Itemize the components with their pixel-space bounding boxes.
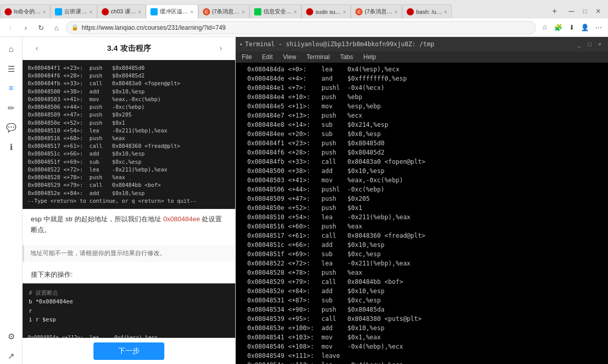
reload-button[interactable]: ↻ bbox=[35, 22, 47, 34]
home-button[interactable]: ⌂ bbox=[50, 22, 63, 34]
url-text: https://www.lanqiao.cn/courses/231/learn… bbox=[82, 24, 530, 31]
minimize-button[interactable]: ─ bbox=[566, 6, 577, 17]
tab-close-4[interactable]: × bbox=[190, 9, 193, 15]
lesson-header: ‹ 3.4 攻击程序 › bbox=[23, 37, 235, 60]
terminal-controls: _ □ × bbox=[575, 40, 604, 48]
sidebar-share-icon[interactable]: ↗ bbox=[3, 348, 20, 364]
tab-favicon-8: C bbox=[355, 8, 363, 15]
tab-close-1[interactable]: × bbox=[43, 9, 46, 15]
terminal-body[interactable]: 0x080484da <+0>: lea 0x4(%esp),%ecx 0x08… bbox=[236, 63, 608, 364]
operations-label: 接下来的操作: bbox=[23, 266, 235, 283]
terminal-menu-terminal[interactable]: Terminal bbox=[305, 52, 332, 62]
tab-close-6[interactable]: × bbox=[294, 9, 297, 15]
text-address-highlight: 0x080484ee bbox=[163, 215, 200, 223]
text-before-highlight: esp 中就是 str 的起始地址，所以我们在地址 bbox=[31, 215, 161, 223]
navigation-bar: ‹ › ↻ ⌂ 🔒 https://www.lanqiao.cn/courses… bbox=[0, 18, 608, 37]
browser-chrome: ls命令的… × 云班课… × ch03 课… × 缓冲区溢… × bbox=[0, 0, 608, 37]
tab-c7[interactable]: C (7条消息… × bbox=[198, 4, 250, 18]
tab-c7b[interactable]: C (7条消息… × bbox=[351, 4, 402, 18]
prev-section-button[interactable]: ‹ bbox=[31, 42, 43, 54]
sidebar-edit-icon[interactable]: ✏ bbox=[3, 100, 20, 116]
tab-label-5: (7条消息… bbox=[212, 8, 240, 15]
sidebar-list-icon[interactable]: ☰ bbox=[3, 61, 20, 77]
terminal-icon: ▪ bbox=[240, 41, 242, 48]
tab-label-8: (7条消息… bbox=[365, 8, 392, 15]
tab-yunban[interactable]: 云班课… × bbox=[50, 4, 97, 18]
tab-favicon-7 bbox=[306, 8, 313, 15]
sidebar-info-icon[interactable]: ℹ bbox=[3, 139, 20, 155]
code-line-2: r bbox=[29, 308, 32, 314]
main-area: ⌂ ☰ ≡ ✏ 💬 ℹ ⚙ ↗ ‹ 3.4 攻击程序 › 0x080484f1 … bbox=[0, 37, 608, 364]
tab-label-7: sudo su… bbox=[315, 9, 341, 15]
download-button[interactable]: ⬇ bbox=[566, 22, 577, 33]
next-section-button[interactable]: › bbox=[215, 42, 227, 54]
tab-label-9: bash: /u… bbox=[416, 9, 442, 15]
terminal-fullscreen-button[interactable]: □ bbox=[585, 40, 594, 48]
extensions-button[interactable]: 🧩 bbox=[553, 22, 564, 33]
terminal-menu-file[interactable]: File bbox=[240, 52, 254, 62]
terminal-menu-edit[interactable]: Edit bbox=[260, 52, 275, 62]
terminal-menu-tabs[interactable]: Tabs bbox=[338, 52, 355, 62]
code-line-3: i r $esp bbox=[29, 316, 56, 323]
tab-favicon-1 bbox=[5, 8, 12, 15]
tab-close-7[interactable]: × bbox=[343, 9, 346, 15]
code-block-2: # 设置断点 b *0x080484ee r i r $esp bbox=[23, 283, 235, 330]
tab-add-button[interactable]: + bbox=[547, 4, 562, 18]
security-icon: 🔒 bbox=[71, 24, 79, 31]
tab-label-3: ch03 课… bbox=[111, 8, 136, 15]
sidebar-bullet-icon[interactable]: ≡ bbox=[3, 80, 20, 97]
left-sidebar: ⌂ ☰ ≡ ✏ 💬 ℹ ⚙ ↗ bbox=[0, 37, 23, 364]
profile-button[interactable]: 👤 bbox=[579, 22, 591, 33]
lesson-footer: 下一步 bbox=[23, 338, 235, 364]
tab-close-9[interactable]: × bbox=[444, 9, 447, 15]
terminal-header: ▪ Terminal - shiiyanlou@iZbp13rb8m4bkofn… bbox=[236, 37, 608, 51]
tab-buffer[interactable]: 缓冲区溢… × bbox=[146, 4, 198, 18]
code-block-1: 0x080484f1 <+23>: push $0x80485d0 0x0804… bbox=[23, 60, 235, 209]
tab-sudo[interactable]: sudo su… × bbox=[301, 4, 351, 18]
text-block-1: esp 中就是 str 的起始地址，所以我们在地址 0x080484ee 处设置… bbox=[23, 209, 235, 241]
tab-ch03[interactable]: ch03 课… × bbox=[97, 4, 146, 18]
tab-close-8[interactable]: × bbox=[394, 9, 397, 15]
tab-label-6: 信息安全… bbox=[263, 8, 292, 15]
tab-bar: ls命令的… × 云班课… × ch03 课… × 缓冲区溢… × bbox=[0, 0, 608, 18]
terminal-menu-help[interactable]: Help bbox=[362, 52, 378, 62]
lesson-section-title: 3.4 攻击程序 bbox=[43, 44, 215, 53]
next-step-button[interactable]: 下一步 bbox=[93, 342, 164, 360]
forward-button[interactable]: › bbox=[20, 22, 32, 34]
address-bar[interactable]: 🔒 https://www.lanqiao.cn/courses/231/lea… bbox=[66, 21, 536, 34]
nav-actions: ☆ 🧩 ⬇ 👤 ⋯ bbox=[539, 22, 604, 33]
lesson-panel: ‹ 3.4 攻击程序 › 0x080484f1 <+23>: push $0x8… bbox=[23, 37, 236, 364]
close-button[interactable]: × bbox=[593, 6, 604, 17]
tab-label-2: 云班课… bbox=[64, 8, 87, 15]
tab-favicon-9 bbox=[407, 8, 414, 15]
tab-label-1: ls命令的… bbox=[14, 8, 41, 15]
bookmark-button[interactable]: ☆ bbox=[539, 22, 550, 33]
sidebar-chat-icon[interactable]: 💬 bbox=[3, 119, 20, 136]
note-box: 地址可能不一致，请根据你的显示结果自行修改。 bbox=[23, 245, 235, 262]
sidebar-settings-icon[interactable]: ⚙ bbox=[3, 328, 20, 344]
tab-favicon-5: C bbox=[203, 8, 210, 15]
terminal-title: Terminal - shiiyanlou@iZbp13rb8m4bkofn99… bbox=[245, 41, 434, 48]
tab-label-4: 缓冲区溢… bbox=[160, 8, 188, 15]
tab-ls[interactable]: ls命令的… × bbox=[0, 4, 50, 18]
tab-security[interactable]: 信息安全… × bbox=[250, 4, 301, 18]
tab-bash[interactable]: bash: /u… × bbox=[402, 4, 452, 18]
tab-favicon-3 bbox=[102, 8, 109, 15]
sidebar-home-icon[interactable]: ⌂ bbox=[3, 41, 20, 58]
note-text: 地址可能不一致，请根据你的显示结果自行修改。 bbox=[30, 250, 166, 257]
terminal-menu-view[interactable]: View bbox=[281, 52, 298, 62]
tab-favicon-4 bbox=[150, 8, 158, 15]
back-button[interactable]: ‹ bbox=[4, 22, 16, 34]
maximize-button[interactable]: □ bbox=[579, 6, 591, 17]
tab-close-2[interactable]: × bbox=[89, 9, 92, 15]
code-line-1: b *0x080484ee bbox=[29, 298, 73, 305]
menu-button[interactable]: ⋯ bbox=[593, 22, 604, 33]
tab-close-5[interactable]: × bbox=[241, 9, 244, 15]
terminal-menu: File Edit View Terminal Tabs Help bbox=[236, 51, 608, 63]
terminal-close-button[interactable]: × bbox=[596, 40, 604, 48]
code-block-bottom: 0x0804854a <+112>: lea -0x4(%ecx),%esp 0… bbox=[23, 330, 235, 338]
terminal-minimize-button[interactable]: _ bbox=[575, 40, 583, 48]
code-comment: # 设置断点 bbox=[29, 290, 58, 296]
tab-favicon-2 bbox=[55, 8, 62, 15]
tab-close-3[interactable]: × bbox=[138, 9, 141, 15]
